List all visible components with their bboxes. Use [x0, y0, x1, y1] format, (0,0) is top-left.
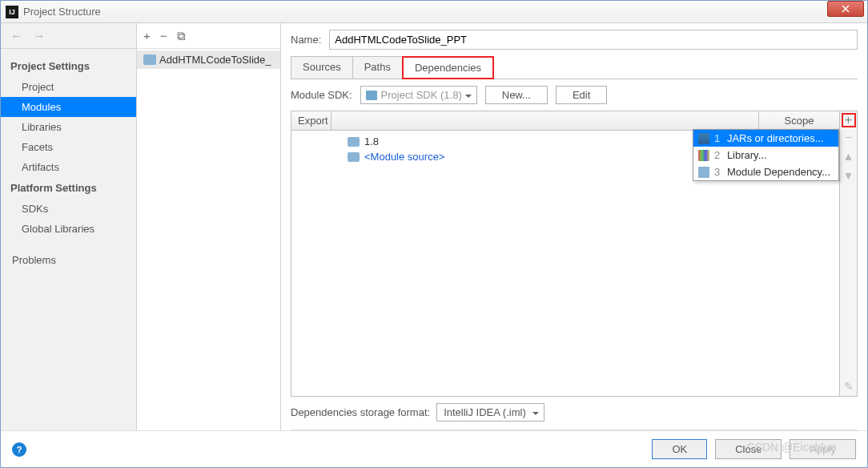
dependencies-table: Export Scope 1.8 <Module source> [291, 111, 858, 397]
help-icon[interactable]: ? [12, 442, 26, 457]
module-tree-item[interactable]: AddHTMLCodeToSlide_ [137, 50, 280, 69]
th-name[interactable] [332, 111, 759, 130]
sidebar-item-artifacts[interactable]: Artifacts [1, 157, 136, 177]
table-side-toolbar: + − ▲ ▼ ✎ [839, 111, 857, 396]
menu-item-library[interactable]: 2 Library... [693, 147, 838, 163]
sidebar-item-project[interactable]: Project [1, 77, 136, 97]
library-icon [698, 150, 709, 161]
sidebar-item-libraries[interactable]: Libraries [1, 117, 136, 137]
module-folder-icon [143, 54, 156, 65]
module-sdk-select[interactable]: Project SDK (1.8) [360, 86, 477, 104]
nav-back-icon[interactable]: ← [10, 29, 23, 43]
sdk-value: Project SDK (1.8) [381, 89, 462, 101]
dependency-label: 1.8 [364, 135, 379, 147]
module-name-input[interactable] [329, 30, 858, 50]
sdk-icon [348, 137, 360, 147]
sidebar-header-platform: Platform Settings [1, 177, 136, 199]
nav-forward-icon[interactable]: → [33, 29, 46, 43]
tree-toolbar: + − ⧉ [137, 23, 280, 49]
main-panel: Name: Sources Paths Dependencies Module … [281, 23, 867, 430]
add-dependency-menu: 1 JARs or directories... 2 Library... 3 … [693, 129, 839, 181]
sidebar: ← → Project Settings Project Modules Lib… [1, 23, 137, 430]
move-up-icon[interactable]: ▲ [843, 150, 854, 163]
module-sdk-label: Module SDK: [291, 89, 352, 101]
dialog-footer: ? OK Close Apply [1, 430, 867, 467]
menu-item-module-dep[interactable]: 3 Module Dependency... [693, 163, 838, 180]
storage-format-select[interactable]: IntelliJ IDEA (.iml) [436, 403, 545, 422]
dependency-label: <Module source> [364, 151, 444, 163]
sidebar-item-global-libraries[interactable]: Global Libraries [1, 219, 136, 239]
name-label: Name: [291, 34, 321, 46]
ok-button[interactable]: OK [652, 439, 707, 459]
add-dependency-button[interactable]: + [842, 113, 856, 127]
tab-sources[interactable]: Sources [291, 56, 353, 79]
watermark: CSDN @Eiceblue [747, 441, 836, 454]
sidebar-item-problems[interactable]: Problems [1, 250, 136, 270]
app-icon: IJ [6, 6, 18, 18]
tree-remove-icon[interactable]: − [160, 29, 167, 42]
tab-paths[interactable]: Paths [352, 56, 403, 79]
sidebar-nav: ← → [1, 23, 136, 49]
module-tree-label: AddHTMLCodeToSlide_ [159, 54, 271, 66]
th-export[interactable]: Export [291, 111, 332, 130]
module-dep-icon [698, 167, 709, 178]
sidebar-item-facets[interactable]: Facets [1, 137, 136, 157]
module-source-icon [348, 152, 360, 162]
menu-item-jars[interactable]: 1 JARs or directories... [693, 130, 838, 147]
content-area: ← → Project Settings Project Modules Lib… [1, 23, 867, 430]
jar-icon [698, 133, 709, 144]
sidebar-item-sdks[interactable]: SDKs [1, 199, 136, 219]
remove-dependency-icon[interactable]: − [845, 131, 851, 143]
window-title: Project Structure [23, 6, 101, 18]
module-tree-panel: + − ⧉ AddHTMLCodeToSlide_ [137, 23, 281, 430]
sdk-folder-icon [366, 91, 377, 100]
window-close-button[interactable] [827, 1, 864, 17]
sdk-edit-button[interactable]: Edit [556, 86, 607, 104]
storage-format-label: Dependencies storage format: [291, 406, 430, 418]
table-header: Export Scope [291, 111, 839, 131]
titlebar: IJ Project Structure [1, 1, 867, 23]
sdk-new-button[interactable]: New... [485, 86, 548, 104]
move-down-icon[interactable]: ▼ [843, 169, 854, 182]
tree-add-icon[interactable]: + [143, 29, 151, 42]
tab-dependencies[interactable]: Dependencies [402, 56, 494, 79]
sidebar-item-modules[interactable]: Modules [1, 97, 136, 117]
th-scope[interactable]: Scope [759, 111, 839, 130]
module-tabs: Sources Paths Dependencies [291, 56, 858, 79]
close-icon [842, 5, 850, 13]
tree-copy-icon[interactable]: ⧉ [177, 29, 186, 43]
project-structure-window: IJ Project Structure ← → Project Setting… [0, 0, 868, 468]
sidebar-header-project: Project Settings [1, 55, 136, 77]
edit-pencil-icon[interactable]: ✎ [844, 380, 854, 393]
